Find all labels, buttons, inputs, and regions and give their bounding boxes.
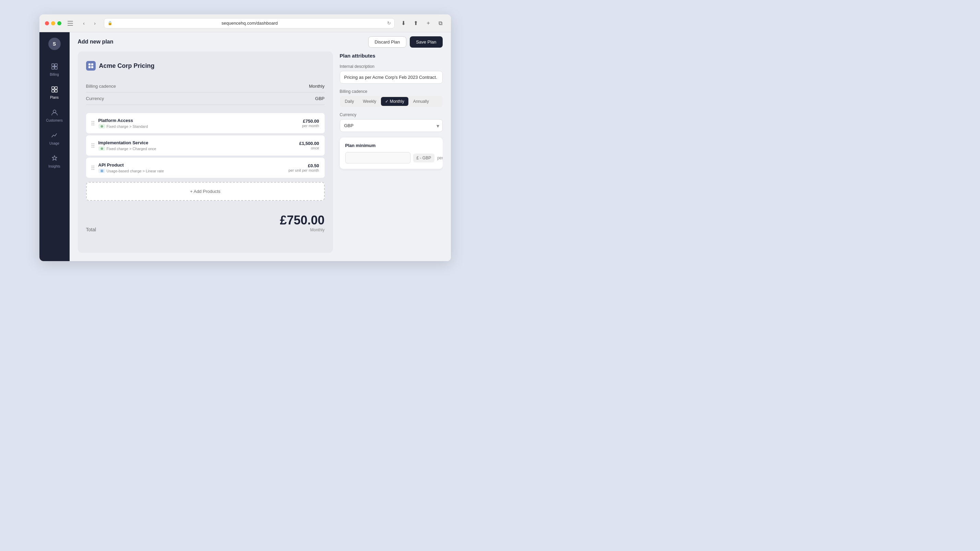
url-text: sequencehq.com/dashboard	[115, 21, 385, 26]
product-info-implementation: Implementation Service ⊕ Fixed charge > …	[99, 140, 295, 151]
top-bar: Add new plan Discard Plan Save Plan	[70, 32, 451, 51]
close-button[interactable]	[45, 21, 49, 25]
svg-rect-0	[68, 21, 73, 22]
product-price-implementation: £1,500.00 once	[299, 141, 319, 150]
product-info-platform: Platform Access ⊕ Fixed charge > Standar…	[99, 118, 298, 129]
svg-rect-5	[52, 67, 54, 69]
cadence-daily-button[interactable]: Daily	[341, 97, 358, 106]
drag-handle[interactable]	[92, 165, 94, 170]
currency-select-wrap: GBP USD EUR ▾	[340, 119, 443, 132]
browser-actions: ⬇ ⬆ ＋ ⧉	[399, 19, 445, 28]
plan-card: Acme Corp Pricing Billing cadence Monthl…	[78, 51, 333, 253]
product-badge-green: ⊕	[99, 124, 105, 129]
internal-description-label: Internal description	[340, 64, 443, 69]
billing-cadence-options: Daily Weekly ✓ Monthly Annually	[340, 96, 443, 107]
save-plan-button[interactable]: Save Plan	[410, 37, 442, 48]
new-tab-icon[interactable]: ＋	[423, 19, 433, 28]
plan-name: Acme Corp Pricing	[99, 62, 154, 70]
product-name: Platform Access	[99, 118, 298, 123]
svg-rect-9	[52, 87, 54, 89]
product-price-period: per month	[302, 124, 319, 128]
main-content: Add new plan Discard Plan Save Plan	[70, 32, 451, 261]
currency-field-label: Currency	[340, 113, 443, 117]
plan-minimum-period: per month	[437, 156, 442, 160]
top-bar-actions: Discard Plan Save Plan	[368, 37, 443, 48]
svg-rect-3	[52, 64, 54, 66]
sidebar-item-plans[interactable]: Plans	[40, 81, 70, 103]
sidebar-customers-label: Customers	[46, 119, 62, 122]
svg-rect-1	[68, 23, 73, 24]
currency-row: Currency GBP	[86, 92, 325, 105]
sidebar-insights-label: Insights	[48, 165, 60, 168]
product-info-api: API Product ⊞ Usage-based charge > Linea…	[99, 162, 285, 173]
product-price-period: per unit per month	[288, 168, 319, 172]
minimize-button[interactable]	[51, 21, 55, 25]
product-price-amount: £750.00	[302, 119, 319, 124]
drag-handle[interactable]	[92, 121, 94, 125]
billing-icon	[50, 62, 59, 71]
billing-cadence-label: Billing cadence	[86, 84, 116, 89]
discard-plan-button[interactable]: Discard Plan	[368, 37, 407, 48]
product-list: Platform Access ⊕ Fixed charge > Standar…	[86, 113, 325, 179]
svg-point-13	[53, 110, 56, 113]
drag-handle[interactable]	[92, 143, 94, 148]
nav-buttons: ‹ ›	[79, 19, 100, 28]
plan-minimum-title: Plan minimum	[345, 143, 437, 148]
sidebar-item-billing[interactable]: Billing	[40, 58, 70, 80]
product-badge-green: ⊕	[99, 146, 105, 151]
page-title: Add new plan	[78, 39, 113, 45]
right-panel: Plan attributes Internal description Bil…	[333, 51, 443, 253]
url-bar[interactable]: 🔒 sequencehq.com/dashboard ↻	[104, 18, 395, 29]
product-price-amount: £0.50	[288, 163, 319, 168]
product-price-period: once	[299, 146, 319, 150]
forward-button[interactable]: ›	[90, 19, 100, 28]
browser-chrome: ‹ › 🔒 sequencehq.com/dashboard ↻ ⬇ ⬆ ＋ ⧉	[40, 14, 451, 32]
plan-minimum-card: Plan minimum £ - GBP per month	[340, 137, 443, 169]
product-price-platform: £750.00 per month	[302, 119, 319, 128]
sidebar-plans-label: Plans	[50, 95, 59, 99]
product-item-api: API Product ⊞ Usage-based charge > Linea…	[86, 158, 325, 178]
svg-rect-11	[52, 90, 54, 92]
sidebar-toggle-button[interactable]	[65, 19, 75, 27]
svg-rect-6	[55, 67, 57, 69]
usage-icon	[50, 130, 59, 140]
add-products-button[interactable]: + Add Products	[86, 182, 325, 201]
sidebar-usage-label: Usage	[49, 141, 59, 145]
cadence-annually-button[interactable]: Annually	[409, 97, 433, 106]
reload-icon[interactable]: ↻	[387, 21, 391, 26]
share-icon[interactable]: ⬆	[411, 19, 421, 28]
total-amount-wrap: £750.00 Monthly	[280, 213, 325, 232]
product-badge-blue: ⊞	[99, 168, 105, 173]
billing-cadence-field-label: Billing cadence	[340, 89, 443, 94]
product-price-amount: £1,500.00	[299, 141, 319, 146]
lock-icon: 🔒	[108, 21, 113, 25]
back-button[interactable]: ‹	[79, 19, 89, 28]
total-period: Monthly	[280, 227, 325, 232]
billing-cadence-row: Billing cadence Monthly	[86, 80, 325, 92]
sidebar-item-customers[interactable]: Customers	[40, 104, 70, 126]
sidebar-item-insights[interactable]: Insights	[40, 150, 70, 171]
total-amount: £750.00	[280, 213, 325, 227]
plan-icon	[86, 61, 95, 71]
svg-rect-2	[68, 25, 73, 26]
plan-minimum-input[interactable]	[345, 152, 410, 164]
plan-header: Acme Corp Pricing	[86, 61, 325, 71]
cadence-monthly-button[interactable]: ✓ Monthly	[381, 97, 408, 106]
plans-icon	[50, 85, 59, 94]
total-row: Total £750.00 Monthly	[86, 208, 325, 232]
currency-select[interactable]: GBP USD EUR	[340, 119, 443, 132]
insights-icon	[50, 154, 59, 163]
app-layout: S Billing	[40, 32, 451, 261]
cadence-weekly-button[interactable]: Weekly	[359, 97, 380, 106]
product-item-implementation: Implementation Service ⊕ Fixed charge > …	[86, 135, 325, 156]
product-sub: ⊕ Fixed charge > Standard	[99, 124, 298, 129]
svg-rect-10	[55, 87, 57, 89]
svg-rect-16	[89, 66, 91, 68]
download-icon[interactable]: ⬇	[399, 19, 408, 28]
svg-rect-15	[91, 64, 93, 65]
internal-description-input[interactable]	[340, 71, 443, 84]
maximize-button[interactable]	[57, 21, 61, 25]
sidebar-item-usage[interactable]: Usage	[40, 127, 70, 149]
product-sub: ⊞ Usage-based charge > Linear rate	[99, 168, 285, 173]
copy-icon[interactable]: ⧉	[436, 19, 445, 28]
